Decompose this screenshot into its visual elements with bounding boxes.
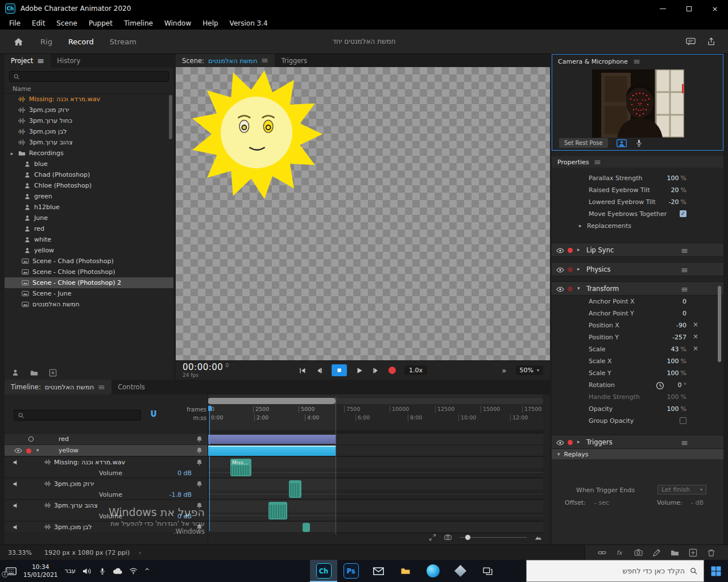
- mic-toggle-icon[interactable]: [635, 139, 643, 147]
- audio-clip[interactable]: [303, 523, 310, 532]
- project-item[interactable]: 3pm.כחול ערוך: [5, 115, 173, 126]
- chevron-down-icon[interactable]: ▾: [577, 285, 580, 291]
- tab-timeline[interactable]: Timeline: חמשת האלמנטים: [5, 380, 111, 394]
- project-item[interactable]: yellow: [5, 245, 173, 256]
- project-item[interactable]: Missing: מרדא וכנה.wav: [5, 94, 173, 105]
- track-audio-header[interactable]: 3pm.ירוק מוכן Volume -1.8 dB: [5, 479, 208, 499]
- panel-menu-icon[interactable]: [681, 285, 688, 293]
- clear-value-icon[interactable]: ×: [693, 321, 698, 328]
- track-red-header[interactable]: red: [5, 434, 208, 444]
- property-value-field[interactable]: 0: [682, 310, 686, 317]
- speaker-icon[interactable]: [82, 567, 92, 575]
- project-item-selected[interactable]: Scene - Chloe (Photoshop) 2: [5, 277, 173, 288]
- panel-menu-icon[interactable]: [633, 58, 640, 65]
- replays-section[interactable]: ▾ Replays: [552, 449, 723, 459]
- taskbar-app-file-explorer[interactable]: [392, 560, 419, 582]
- behavior-lip-sync[interactable]: ▸ Lip Sync: [552, 243, 723, 257]
- set-rest-pose-button[interactable]: Set Rest Pose: [559, 138, 608, 148]
- playhead[interactable]: [209, 406, 210, 531]
- record-arm-dot[interactable]: [568, 248, 573, 253]
- take-bar-red[interactable]: [208, 435, 336, 444]
- eye-icon[interactable]: [556, 266, 564, 274]
- checkbox-checked[interactable]: ✓: [680, 210, 686, 217]
- track-yellow-header[interactable]: ▾ yellow: [5, 445, 208, 456]
- speaker-icon[interactable]: [13, 459, 20, 466]
- zoom-select[interactable]: 50% ▾: [516, 365, 543, 375]
- fit-timeline-icon[interactable]: [429, 533, 436, 541]
- delete-icon[interactable]: [707, 548, 715, 557]
- property-value-field[interactable]: 100%: [667, 369, 686, 377]
- camera-toggle-icon[interactable]: [617, 139, 627, 147]
- rotation-dial-icon[interactable]: [656, 381, 664, 390]
- behavior-triggers[interactable]: ▸ Triggers: [552, 435, 723, 449]
- track-audio-header[interactable]: 3pm.צהוב ערוך Volume 0 dB: [5, 500, 208, 521]
- chevron-right-icon[interactable]: ▸: [577, 439, 580, 444]
- property-value-field[interactable]: 100%: [667, 174, 686, 182]
- timecode[interactable]: 00:00:00: [183, 362, 223, 372]
- name-column-header[interactable]: Name: [5, 84, 173, 94]
- project-item[interactable]: חמשת האלמנטים: [5, 299, 173, 310]
- bell-icon[interactable]: [196, 480, 203, 488]
- new-scene-icon[interactable]: [49, 369, 57, 377]
- playhead-handle[interactable]: [208, 406, 212, 411]
- eye-icon[interactable]: [14, 447, 22, 455]
- track-audio-header[interactable]: 3pm.לבן מוכן: [5, 522, 208, 532]
- status-zoom[interactable]: 33.33%: [8, 549, 32, 556]
- chevron-right-icon[interactable]: ▸: [577, 266, 580, 272]
- take-bar-yellow[interactable]: [208, 446, 336, 456]
- work-area-segment[interactable]: [208, 398, 336, 404]
- fast-forward-icon[interactable]: »: [502, 366, 507, 375]
- fx-icon[interactable]: [616, 548, 624, 557]
- chevron-right-icon[interactable]: ›: [139, 549, 141, 556]
- close-button[interactable]: ×: [702, 0, 728, 17]
- snapshot-icon[interactable]: [634, 548, 643, 557]
- property-value-field[interactable]: -20%: [669, 198, 686, 206]
- zoom-max-icon[interactable]: [535, 533, 542, 541]
- chevron-right-icon[interactable]: ▸: [579, 223, 582, 228]
- snapping-toggle-icon[interactable]: [149, 409, 158, 418]
- audio-clip[interactable]: [268, 502, 287, 519]
- chevron-right-icon[interactable]: ▸: [9, 151, 15, 156]
- draw-icon[interactable]: [652, 548, 661, 557]
- project-item[interactable]: 3pm.ירוק מוכן: [5, 105, 173, 115]
- hidden-icons-chevron[interactable]: ^: [144, 567, 150, 575]
- record-button[interactable]: [388, 367, 396, 374]
- home-icon[interactable]: [14, 38, 23, 46]
- project-item[interactable]: Chad (Photoshop): [5, 169, 173, 180]
- property-value-field[interactable]: 0: [682, 298, 686, 305]
- panel-menu-icon[interactable]: [98, 384, 105, 391]
- taskbar-search[interactable]: [526, 560, 704, 582]
- speaker-icon[interactable]: [13, 502, 20, 509]
- workspace-tab-rig[interactable]: Rig: [32, 38, 60, 46]
- taskbar-app-photoshop[interactable]: Ps: [337, 560, 365, 582]
- panel-menu-icon[interactable]: [681, 439, 688, 447]
- bell-icon[interactable]: [196, 523, 203, 531]
- project-item[interactable]: h12blue: [5, 202, 173, 213]
- audio-clip[interactable]: [289, 480, 301, 498]
- chevron-down-icon[interactable]: ▾: [36, 447, 39, 453]
- link-icon[interactable]: [598, 548, 606, 557]
- project-item[interactable]: blue: [5, 159, 173, 169]
- snapshot-icon[interactable]: [444, 533, 452, 541]
- feedback-icon[interactable]: [686, 37, 696, 46]
- stop-button[interactable]: [332, 364, 347, 376]
- eye-icon[interactable]: [556, 439, 564, 447]
- project-item[interactable]: June: [5, 213, 173, 223]
- project-item[interactable]: Scene - Chloe (Photoshop): [5, 267, 173, 277]
- taskbar-app-mail[interactable]: [365, 560, 392, 582]
- project-item[interactable]: green: [5, 191, 173, 202]
- property-value-field[interactable]: -257: [672, 334, 686, 341]
- playback-speed[interactable]: 1.0x: [404, 365, 427, 375]
- right-panel-scrollbar[interactable]: [718, 286, 721, 362]
- go-to-start-button[interactable]: [299, 367, 307, 375]
- maximize-button[interactable]: [676, 0, 702, 17]
- tab-triggers[interactable]: Triggers: [275, 54, 313, 67]
- behavior-physics[interactable]: ▸ Physics: [552, 262, 723, 276]
- workspace-tab-record[interactable]: Record: [60, 38, 102, 46]
- menu-edit[interactable]: Edit: [26, 19, 51, 27]
- project-scrollbar[interactable]: [169, 95, 172, 139]
- chevron-down-icon[interactable]: ▾: [557, 451, 560, 457]
- track-audio-header[interactable]: Missing: מרדא וכנה.wav Volume 0 dB: [5, 457, 208, 477]
- menu-puppet[interactable]: Puppet: [83, 19, 118, 27]
- project-item[interactable]: red: [5, 223, 173, 234]
